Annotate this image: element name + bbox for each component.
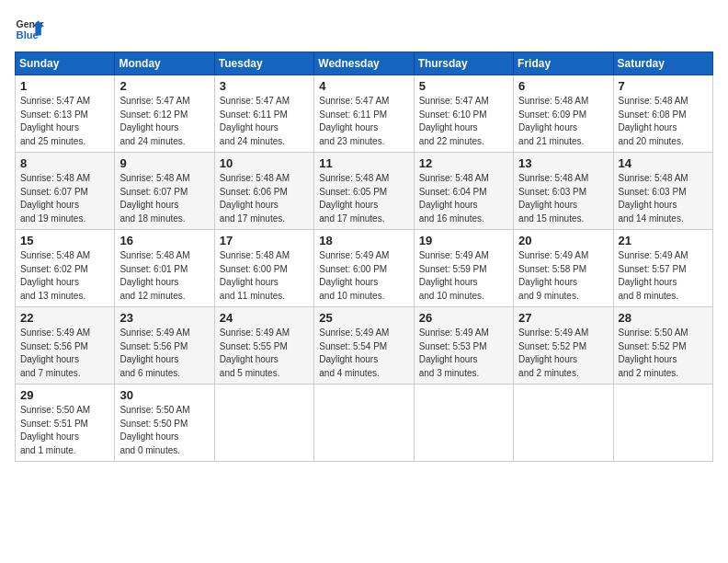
calendar-table: Sunday Monday Tuesday Wednesday Thursday… (15, 52, 713, 462)
day-detail: Sunrise: 5:49 AMSunset: 6:00 PMDaylight … (319, 249, 408, 303)
table-row: 3Sunrise: 5:47 AMSunset: 6:11 PMDaylight… (214, 75, 313, 153)
col-friday: Friday (514, 52, 613, 75)
day-detail: Sunrise: 5:47 AMSunset: 6:10 PMDaylight … (419, 95, 508, 148)
day-detail: Sunrise: 5:49 AMSunset: 5:56 PMDaylight … (119, 327, 209, 380)
day-detail: Sunrise: 5:47 AMSunset: 6:13 PMDaylight … (20, 95, 109, 148)
table-row (414, 385, 513, 462)
day-number: 30 (119, 388, 209, 402)
day-number: 15 (20, 234, 109, 247)
day-detail: Sunrise: 5:49 AMSunset: 5:56 PMDaylight … (20, 327, 109, 380)
table-row: 19Sunrise: 5:49 AMSunset: 5:59 PMDayligh… (414, 230, 513, 307)
table-row: 9Sunrise: 5:48 AMSunset: 6:07 PMDaylight… (115, 153, 214, 230)
day-number: 12 (419, 156, 508, 170)
table-row: 17Sunrise: 5:48 AMSunset: 6:00 PMDayligh… (214, 230, 313, 307)
day-number: 13 (518, 156, 608, 170)
day-detail: Sunrise: 5:47 AMSunset: 6:11 PMDaylight … (319, 95, 408, 148)
table-row: 16Sunrise: 5:48 AMSunset: 6:01 PMDayligh… (115, 230, 214, 307)
col-wednesday: Wednesday (314, 52, 414, 75)
table-row: 10Sunrise: 5:48 AMSunset: 6:06 PMDayligh… (214, 153, 313, 230)
day-detail: Sunrise: 5:47 AMSunset: 6:12 PMDaylight … (119, 95, 209, 148)
table-row: 27Sunrise: 5:49 AMSunset: 5:52 PMDayligh… (514, 307, 613, 385)
day-number: 4 (319, 79, 408, 93)
col-monday: Monday (115, 52, 214, 75)
day-detail: Sunrise: 5:49 AMSunset: 5:57 PMDaylight … (619, 249, 708, 303)
table-row: 22Sunrise: 5:49 AMSunset: 5:56 PMDayligh… (16, 307, 115, 385)
day-number: 22 (20, 311, 109, 325)
table-row: 15Sunrise: 5:48 AMSunset: 6:02 PMDayligh… (16, 230, 115, 307)
day-number: 3 (220, 79, 309, 93)
day-number: 21 (619, 234, 708, 247)
day-number: 24 (220, 311, 309, 325)
day-number: 19 (419, 234, 508, 247)
table-row: 4Sunrise: 5:47 AMSunset: 6:11 PMDaylight… (314, 75, 414, 153)
day-detail: Sunrise: 5:48 AMSunset: 6:08 PMDaylight … (619, 95, 708, 148)
table-row: 21Sunrise: 5:49 AMSunset: 5:57 PMDayligh… (613, 230, 712, 307)
day-number: 18 (319, 234, 408, 247)
day-detail: Sunrise: 5:48 AMSunset: 6:07 PMDaylight … (20, 172, 109, 225)
day-detail: Sunrise: 5:49 AMSunset: 5:55 PMDaylight … (220, 327, 309, 380)
day-number: 14 (619, 156, 708, 170)
day-detail: Sunrise: 5:48 AMSunset: 6:02 PMDaylight … (20, 249, 109, 303)
table-row (613, 385, 712, 462)
day-detail: Sunrise: 5:49 AMSunset: 5:52 PMDaylight … (518, 327, 608, 380)
table-row: 5Sunrise: 5:47 AMSunset: 6:10 PMDaylight… (414, 75, 513, 153)
table-row: 1Sunrise: 5:47 AMSunset: 6:13 PMDaylight… (16, 75, 115, 153)
col-thursday: Thursday (414, 52, 513, 75)
day-number: 29 (20, 388, 109, 402)
day-detail: Sunrise: 5:47 AMSunset: 6:11 PMDaylight … (220, 95, 309, 148)
day-detail: Sunrise: 5:48 AMSunset: 6:03 PMDaylight … (518, 172, 608, 225)
table-row: 30Sunrise: 5:50 AMSunset: 5:50 PMDayligh… (115, 385, 214, 462)
table-row: 8Sunrise: 5:48 AMSunset: 6:07 PMDaylight… (16, 153, 115, 230)
day-number: 11 (319, 156, 408, 170)
day-number: 2 (119, 79, 209, 93)
day-number: 1 (20, 79, 109, 93)
col-tuesday: Tuesday (214, 52, 313, 75)
day-number: 8 (20, 156, 109, 170)
day-detail: Sunrise: 5:49 AMSunset: 5:58 PMDaylight … (518, 249, 608, 303)
calendar-week-row: 22Sunrise: 5:49 AMSunset: 5:56 PMDayligh… (16, 307, 713, 385)
calendar-header-row: Sunday Monday Tuesday Wednesday Thursday… (16, 52, 713, 75)
calendar-week-row: 15Sunrise: 5:48 AMSunset: 6:02 PMDayligh… (16, 230, 713, 307)
day-detail: Sunrise: 5:50 AMSunset: 5:51 PMDaylight … (20, 404, 109, 457)
table-row: 20Sunrise: 5:49 AMSunset: 5:58 PMDayligh… (514, 230, 613, 307)
day-detail: Sunrise: 5:48 AMSunset: 6:05 PMDaylight … (319, 172, 408, 225)
table-row (214, 385, 313, 462)
day-detail: Sunrise: 5:50 AMSunset: 5:50 PMDaylight … (119, 404, 209, 457)
day-number: 16 (119, 234, 209, 247)
table-row (314, 385, 414, 462)
day-number: 25 (319, 311, 408, 325)
table-row: 23Sunrise: 5:49 AMSunset: 5:56 PMDayligh… (115, 307, 214, 385)
table-row: 13Sunrise: 5:48 AMSunset: 6:03 PMDayligh… (514, 153, 613, 230)
calendar-week-row: 1Sunrise: 5:47 AMSunset: 6:13 PMDaylight… (16, 75, 713, 153)
table-row: 24Sunrise: 5:49 AMSunset: 5:55 PMDayligh… (214, 307, 313, 385)
day-detail: Sunrise: 5:48 AMSunset: 6:09 PMDaylight … (518, 95, 608, 148)
day-number: 5 (419, 79, 508, 93)
table-row: 7Sunrise: 5:48 AMSunset: 6:08 PMDaylight… (613, 75, 712, 153)
day-number: 17 (220, 234, 309, 247)
day-detail: Sunrise: 5:48 AMSunset: 6:06 PMDaylight … (220, 172, 309, 225)
table-row: 18Sunrise: 5:49 AMSunset: 6:00 PMDayligh… (314, 230, 414, 307)
day-detail: Sunrise: 5:49 AMSunset: 5:54 PMDaylight … (319, 327, 408, 380)
day-detail: Sunrise: 5:49 AMSunset: 5:53 PMDaylight … (419, 327, 508, 380)
table-row: 12Sunrise: 5:48 AMSunset: 6:04 PMDayligh… (414, 153, 513, 230)
table-row (514, 385, 613, 462)
day-detail: Sunrise: 5:48 AMSunset: 6:07 PMDaylight … (119, 172, 209, 225)
table-row: 11Sunrise: 5:48 AMSunset: 6:05 PMDayligh… (314, 153, 414, 230)
day-detail: Sunrise: 5:48 AMSunset: 6:00 PMDaylight … (220, 249, 309, 303)
day-number: 10 (220, 156, 309, 170)
day-number: 26 (419, 311, 508, 325)
logo: General Blue (15, 15, 44, 44)
day-number: 7 (619, 79, 708, 93)
table-row: 25Sunrise: 5:49 AMSunset: 5:54 PMDayligh… (314, 307, 414, 385)
day-detail: Sunrise: 5:49 AMSunset: 5:59 PMDaylight … (419, 249, 508, 303)
table-row: 6Sunrise: 5:48 AMSunset: 6:09 PMDaylight… (514, 75, 613, 153)
day-detail: Sunrise: 5:48 AMSunset: 6:03 PMDaylight … (619, 172, 708, 225)
svg-text:Blue: Blue (17, 29, 39, 40)
day-number: 9 (119, 156, 209, 170)
table-row: 28Sunrise: 5:50 AMSunset: 5:52 PMDayligh… (613, 307, 712, 385)
table-row: 14Sunrise: 5:48 AMSunset: 6:03 PMDayligh… (613, 153, 712, 230)
table-row: 26Sunrise: 5:49 AMSunset: 5:53 PMDayligh… (414, 307, 513, 385)
day-detail: Sunrise: 5:48 AMSunset: 6:04 PMDaylight … (419, 172, 508, 225)
day-detail: Sunrise: 5:48 AMSunset: 6:01 PMDaylight … (119, 249, 209, 303)
calendar-week-row: 29Sunrise: 5:50 AMSunset: 5:51 PMDayligh… (16, 385, 713, 462)
